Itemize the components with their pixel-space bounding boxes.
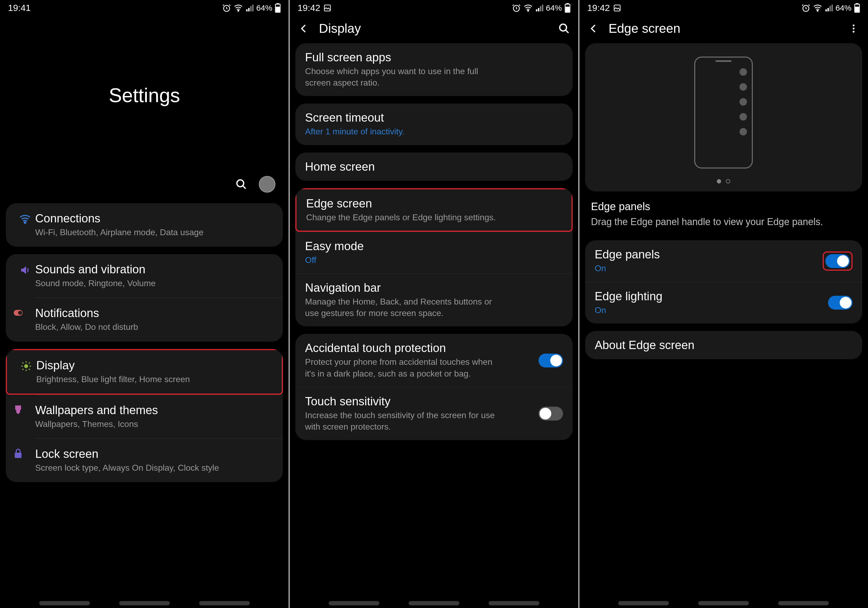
settings-item-wallpapers-and-themes[interactable]: Wallpapers and themes Wallpapers, Themes… [35, 395, 283, 438]
more-button[interactable] [847, 22, 860, 36]
display-group: Edge screen Change the Edge panels or Ed… [295, 188, 572, 327]
item-sub: Increase the touch sensitivity of the sc… [305, 409, 502, 433]
more-vert-icon [848, 23, 859, 34]
item-sub: On [595, 304, 792, 316]
toggle-touch-sensitivity[interactable] [538, 407, 563, 420]
status-bar: 19:42 64% [579, 0, 868, 15]
nav-bar [579, 601, 868, 605]
display-item-home-screen[interactable]: Home screen [295, 152, 572, 181]
pager [717, 179, 730, 183]
dnd-icon [12, 307, 24, 319]
display-item-full-screen-apps[interactable]: Full screen apps Choose which apps you w… [295, 43, 572, 96]
nav-recents[interactable] [618, 601, 669, 605]
nav-recents[interactable] [39, 601, 90, 605]
back-button[interactable] [297, 22, 311, 36]
display-item-screen-timeout[interactable]: Screen timeout After 1 minute of inactiv… [295, 104, 572, 145]
nav-back[interactable] [199, 601, 250, 605]
settings-item-lock-screen[interactable]: Lock screen Screen lock type, Always On … [35, 438, 283, 482]
display-item-easy-mode[interactable]: Easy mode Off [295, 232, 572, 273]
display-group: Full screen apps Choose which apps you w… [295, 43, 572, 96]
toggle-edge-panels[interactable] [825, 254, 850, 268]
search-button[interactable] [557, 22, 571, 36]
screen-display: 19:42 64% Display Full screen apps Choos… [290, 0, 578, 608]
svg-point-13 [527, 10, 529, 11]
back-button[interactable] [587, 22, 601, 36]
item-sub: Brightness, Blue light filter, Home scre… [36, 374, 273, 385]
display-item-navigation-bar[interactable]: Navigation bar Manage the Home, Back, an… [295, 273, 572, 326]
item-sub: Off [305, 254, 502, 266]
pager-dot[interactable] [726, 179, 730, 183]
nav-home[interactable] [409, 601, 459, 605]
display-item-edge-screen[interactable]: Edge screen Change the Edge panels or Ed… [295, 188, 572, 232]
display-group: Accidental touch protection Protect your… [295, 334, 572, 440]
display-item-accidental-touch-protection[interactable]: Accidental touch protection Protect your… [295, 334, 572, 387]
battery-text: 64% [256, 3, 272, 12]
settings-group: Display Brightness, Blue light filter, H… [6, 349, 283, 482]
status-time: 19:42 [298, 3, 320, 13]
nav-back[interactable] [489, 601, 539, 605]
toggle-edge-lighting[interactable] [828, 296, 852, 310]
svg-point-26 [853, 31, 855, 33]
item-title: Lock screen [35, 447, 274, 461]
nav-bar [290, 601, 578, 605]
signal-icon [825, 4, 833, 12]
item-title: About Edge screen [595, 338, 852, 352]
appbar-title: Edge screen [609, 21, 839, 36]
wifi-icon [813, 3, 822, 12]
item-title: Edge panels [595, 248, 817, 261]
settings-item-display[interactable]: Display Brightness, Blue light filter, H… [6, 349, 283, 395]
status-icons: 64% [801, 3, 860, 13]
item-title: Edge screen [306, 197, 562, 210]
section-title: Edge panels [591, 200, 856, 212]
svg-point-24 [853, 25, 855, 26]
appbar-title: Display [319, 21, 549, 36]
item-title: Display [36, 359, 273, 372]
item-title: Accidental touch protection [305, 341, 533, 355]
item-title: Full screen apps [305, 51, 563, 64]
settings-item-sounds-and-vibration[interactable]: Sounds and vibration Sound mode, Rington… [6, 254, 283, 298]
status-bar: 19:41 64% [0, 0, 289, 15]
lock-icon [12, 448, 24, 459]
nav-back[interactable] [778, 601, 829, 605]
edge-item-edge-panels[interactable]: Edge panels On [585, 240, 862, 282]
item-title: Sounds and vibration [35, 263, 274, 276]
settings-item-notifications[interactable]: Notifications Block, Allow, Do not distu… [35, 298, 283, 341]
status-icons: 64% [222, 3, 281, 13]
page-title: Settings [0, 84, 289, 107]
item-title: Connections [35, 212, 274, 225]
display-group: Home screen [295, 152, 572, 181]
nav-home[interactable] [698, 601, 749, 605]
nav-home[interactable] [119, 601, 170, 605]
item-title: Notifications [35, 306, 274, 320]
svg-rect-23 [856, 7, 859, 11]
brightness-icon [16, 359, 36, 372]
item-title: Home screen [305, 160, 563, 173]
nav-recents[interactable] [329, 601, 379, 605]
edge-dot [739, 113, 747, 121]
item-sub: Change the Edge panels or Edge lighting … [306, 212, 503, 223]
edge-preview[interactable] [585, 43, 862, 191]
item-sub: Screen lock type, Always On Display, Clo… [35, 462, 274, 474]
display-item-touch-sensitivity[interactable]: Touch sensitivity Increase the touch sen… [295, 387, 572, 440]
battery-text: 64% [835, 3, 851, 12]
item-sub: On [595, 263, 792, 274]
search-button[interactable] [234, 177, 248, 191]
profile-avatar[interactable] [259, 176, 275, 192]
item-sub: Choose which apps you want to use in the… [305, 65, 502, 88]
edge-dot [739, 68, 747, 76]
item-title: Wallpapers and themes [35, 403, 274, 417]
svg-rect-4 [276, 7, 280, 11]
edge-dot [739, 128, 747, 135]
section-desc: Drag the Edge panel handle to view your … [591, 215, 856, 228]
edge-item-about-edge-screen[interactable]: About Edge screen [585, 331, 862, 359]
wifi-icon [524, 3, 533, 12]
status-time: 19:41 [8, 3, 31, 13]
settings-item-connections[interactable]: Connections Wi-Fi, Bluetooth, Airplane m… [6, 203, 283, 247]
pager-dot-active[interactable] [717, 179, 721, 183]
signal-icon [535, 4, 543, 12]
edge-item-edge-lighting[interactable]: Edge lighting On [585, 282, 862, 323]
svg-point-17 [560, 24, 566, 31]
item-title: Easy mode [305, 239, 563, 253]
image-icon [613, 4, 621, 12]
toggle-accidental-touch-protection[interactable] [538, 354, 563, 368]
